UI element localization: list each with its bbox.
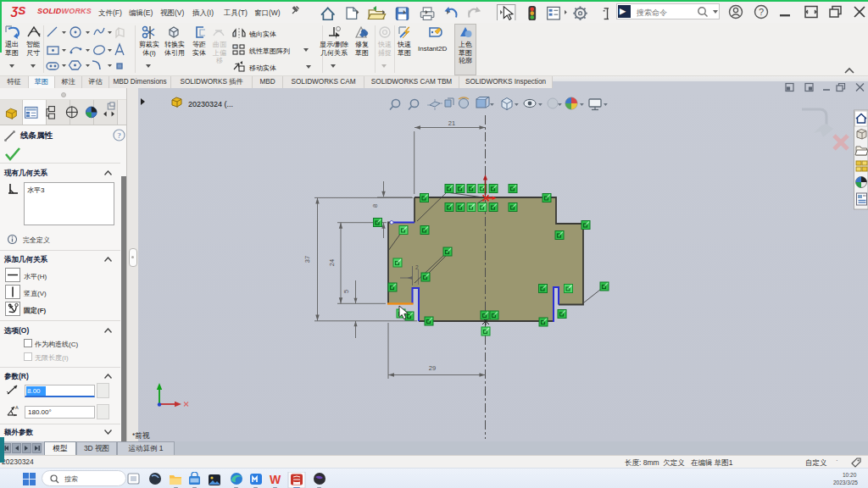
svg-text:29: 29 <box>429 364 436 372</box>
svg-text:20230324 (...: 20230324 (... <box>188 100 233 108</box>
svg-text:37: 37 <box>303 256 311 263</box>
svg-text:2: 2 <box>415 264 419 270</box>
svg-text:W: W <box>270 473 281 486</box>
svg-text:24: 24 <box>328 259 336 266</box>
svg-text:?: ? <box>118 131 121 140</box>
svg-text:8: 8 <box>371 204 379 208</box>
svg-text:5: 5 <box>342 290 350 293</box>
svg-text:A: A <box>15 405 19 410</box>
svg-text:21: 21 <box>448 119 455 127</box>
